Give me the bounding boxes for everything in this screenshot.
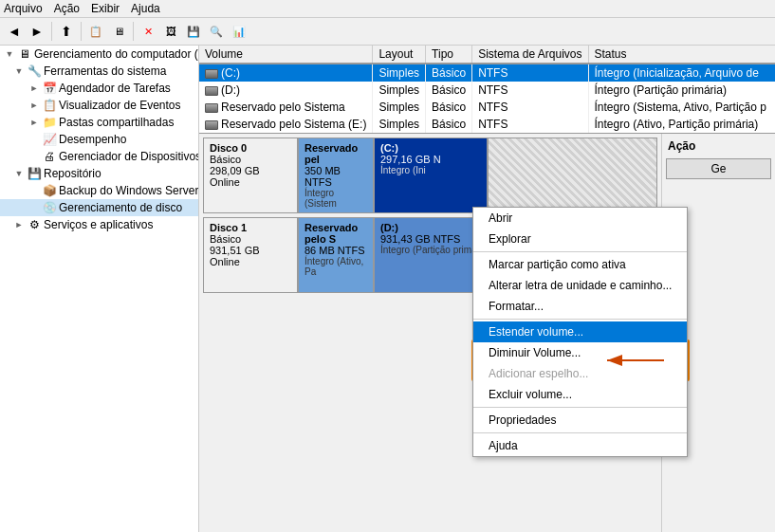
disk0-part1-info: Íntegro (Ini: [380, 165, 481, 175]
tree-item-desempenho[interactable]: ► 📈 Desempenho: [0, 131, 198, 148]
ctx-diminuir[interactable]: Diminuir Volume...: [473, 342, 687, 363]
toolbar-back[interactable]: ◄: [4, 21, 25, 42]
disk0-parts: Reservado pel 350 MB NTFS Íntegro (Siste…: [298, 138, 657, 213]
menu-exibir[interactable]: Exibir: [91, 2, 120, 15]
ctx-explorar[interactable]: Explorar: [473, 229, 687, 249]
disk0-part2[interactable]: [489, 138, 656, 212]
table-scroll[interactable]: Volume Layout Tipo Sistema de Arquivos S…: [199, 46, 775, 133]
expand-pastas: ►: [27, 115, 42, 130]
tree-item-eventos[interactable]: ► 📋 Visualizador de Eventos: [0, 97, 198, 114]
ctx-ajuda[interactable]: Ajuda: [473, 435, 687, 456]
tree-label-repositorio: Repositório: [44, 167, 101, 180]
toolbar-delete[interactable]: ✕: [138, 21, 158, 42]
menu-acao[interactable]: Ação: [54, 2, 80, 15]
expand-servicos: ►: [11, 217, 27, 232]
tipo-cell: Básico: [426, 82, 472, 99]
toolbar-show[interactable]: 📋: [85, 21, 106, 42]
menu-bar: Arquivo Ação Exibir Ajuda: [0, 0, 775, 18]
tree-item-agendador[interactable]: ► 📅 Agendador de Tarefas: [0, 80, 198, 97]
ctx-excluir[interactable]: Excluir volume...: [473, 384, 687, 405]
disk0-part1[interactable]: (C:) 297,16 GB N Íntegro (Ini: [375, 138, 489, 212]
table-row[interactable]: Reservado pelo Sistema (E:)SimplesBásico…: [199, 116, 775, 133]
toolbar-sep3: [133, 22, 134, 41]
tree-item-ferramentas[interactable]: ▼ 🔧 Ferramentas do sistema: [0, 63, 198, 80]
repositorio-icon: 💾: [27, 166, 42, 181]
ctx-propriedades[interactable]: Propriedades: [473, 410, 687, 431]
tree-item-computer[interactable]: ▼ 🖥 Gerenciamento do computador (loc: [0, 46, 198, 63]
col-layout[interactable]: Layout: [373, 46, 426, 64]
toolbar-sep1: [51, 22, 52, 41]
toolbar-up[interactable]: ⬆: [56, 21, 77, 42]
disk0-type: Básico: [210, 154, 291, 165]
ctx-formatar[interactable]: Formatar...: [473, 296, 687, 317]
tree-label-eventos: Visualizador de Eventos: [59, 99, 181, 112]
expand-ferramentas: ▼: [11, 64, 27, 79]
tree-label-desempenho: Desempenho: [59, 133, 126, 146]
action-ge-button[interactable]: Ge: [666, 158, 771, 179]
disk1-type: Básico: [210, 233, 291, 245]
fs-cell: NTFS: [472, 64, 588, 82]
col-status[interactable]: Status: [588, 46, 775, 64]
col-fs[interactable]: Sistema de Arquivos: [472, 46, 588, 64]
disk1-part0-name: Reservado pelo S: [304, 222, 367, 245]
menu-ajuda[interactable]: Ajuda: [131, 2, 160, 15]
disk0-part0-name: Reservado pel: [304, 142, 367, 165]
ctx-alterar[interactable]: Alterar letra de unidade e caminho...: [473, 275, 687, 296]
col-volume[interactable]: Volume: [199, 46, 373, 64]
col-tipo[interactable]: Tipo: [426, 46, 472, 64]
layout-cell: Simples: [373, 64, 426, 82]
disk0-part0-info: Íntegro (Sistem: [304, 188, 367, 209]
vol-cell: (C:): [199, 64, 373, 82]
ctx-abrir[interactable]: Abrir: [473, 208, 687, 229]
tree-label-disco: Gerenciamento de disco: [59, 201, 182, 214]
toolbar-sep2: [81, 22, 82, 41]
table-row[interactable]: (C:)SimplesBásicoNTFSÍntegro (Inicializa…: [199, 64, 775, 82]
table-row[interactable]: (D:)SimplesBásicoNTFSÍntegro (Partição p…: [199, 82, 775, 99]
toolbar-chart[interactable]: 📊: [229, 21, 249, 42]
disco-icon: 💿: [42, 200, 57, 215]
disk1-part0[interactable]: Reservado pelo S 86 MB NTFS Íntegro (Ati…: [299, 218, 375, 292]
disk0-part0-size: 350 MB NTFS: [304, 165, 367, 188]
tree-item-dispositivos[interactable]: ► 🖨 Gerenciador de Dispositivos: [0, 148, 198, 165]
disk-icon: [205, 120, 218, 130]
tree-item-servicos[interactable]: ► ⚙ Serviços e aplicativos: [0, 216, 198, 233]
menu-arquivo[interactable]: Arquivo: [4, 2, 43, 15]
action-panel-title: Ação: [666, 138, 771, 155]
vol-cell: Reservado pelo Sistema: [199, 99, 373, 116]
disk0-part0[interactable]: Reservado pel 350 MB NTFS Íntegro (Siste…: [299, 138, 375, 212]
toolbar-img[interactable]: 🖼: [160, 21, 181, 42]
table-row[interactable]: Reservado pelo SistemaSimplesBásicoNTFSÍ…: [199, 99, 775, 116]
toolbar-screen[interactable]: 🖥: [108, 21, 129, 42]
tree-label-pastas: Pastas compartilhadas: [59, 116, 174, 129]
toolbar-forward[interactable]: ►: [27, 21, 47, 42]
ctx-sep3: [473, 407, 687, 408]
disk1-name: Disco 1: [210, 222, 291, 233]
disk0-name: Disco 0: [210, 142, 291, 154]
servicos-icon: ⚙: [27, 217, 42, 232]
toolbar-find[interactable]: 🔍: [206, 21, 227, 42]
disk0-part1-name: (C:): [380, 142, 481, 154]
backup-icon: 📦: [42, 183, 57, 198]
computer-icon: 🖥: [17, 46, 32, 62]
disk-icon: [205, 69, 218, 79]
disk0-size: 298,09 GB: [210, 165, 291, 176]
ctx-sep4: [473, 432, 687, 433]
tree-label-ferramentas: Ferramentas do sistema: [44, 64, 166, 78]
tree-label-computer: Gerenciamento do computador (loc: [34, 47, 199, 61]
tree-item-repositorio[interactable]: ▼ 💾 Repositório: [0, 165, 198, 182]
ctx-estender[interactable]: Estender volume...: [473, 321, 687, 342]
toolbar-save[interactable]: 💾: [183, 21, 204, 42]
top-table-wrapper: Volume Layout Tipo Sistema de Arquivos S…: [199, 46, 775, 134]
layout-cell: Simples: [373, 116, 426, 133]
vol-cell: (D:): [199, 82, 373, 99]
tree-item-pastas[interactable]: ► 📁 Pastas compartilhadas: [0, 114, 198, 131]
ctx-sep1: [473, 251, 687, 252]
ctx-sep2: [473, 319, 687, 320]
agendador-icon: 📅: [42, 81, 57, 96]
tree-item-backup[interactable]: ► 📦 Backup do Windows Server: [0, 182, 198, 199]
status-cell: Íntegro (Sistema, Ativo, Partição p: [588, 99, 775, 116]
tree-item-disco[interactable]: ► 💿 Gerenciamento de disco: [0, 199, 198, 216]
ctx-adicionar: Adicionar espelho...: [473, 363, 687, 384]
ctx-marcar[interactable]: Marcar partição como ativa: [473, 254, 687, 275]
toolbar: ◄ ► ⬆ 📋 🖥 ✕ 🖼 💾 🔍 📊: [0, 18, 775, 46]
